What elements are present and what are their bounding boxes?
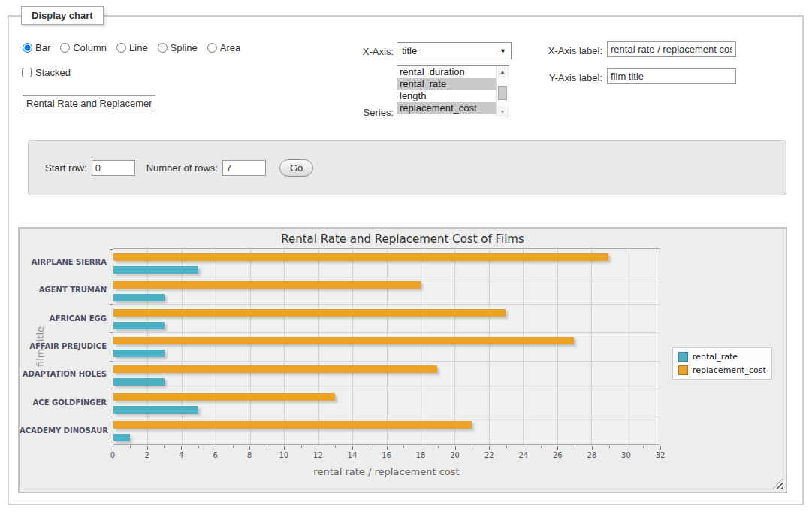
start-row-label: Start row: [45,162,87,174]
bar-replacement_cost [113,393,335,401]
chart-type-label: Bar [35,42,50,53]
x-tick-label: 16 [382,451,391,459]
y-axis-tick [110,277,113,277]
bar-rental_rate [113,322,165,329]
radio-spline[interactable] [158,43,168,53]
start-row-input[interactable] [92,160,135,176]
scrollbar-thumb[interactable] [498,86,507,100]
resize-grip-icon[interactable] [773,479,783,489]
y-axis-tick [110,332,113,333]
series-select-label: Series: [331,107,394,118]
legend-swatch-rental_rate [678,352,688,362]
series-scrollbar[interactable]: ▲ ▼ [496,66,509,117]
x-axis-tick [164,446,165,448]
scrollbar-track[interactable] [497,77,509,106]
y-axis-tick [110,249,113,250]
series-option-rental_duration[interactable]: rental_duration [397,66,496,78]
x-tick-label: 26 [553,451,563,459]
x-axis-tick [421,446,421,450]
radio-line[interactable] [116,43,126,53]
chart-type-column[interactable]: Column [60,42,107,53]
series-option-replacement_cost[interactable]: replacement_cost [397,102,496,114]
x-axis-tick [387,446,388,450]
x-tick-label: 14 [348,451,358,459]
bar-replacement_cost [113,337,574,344]
bar-group [113,389,660,417]
x-axis-tick [660,446,661,450]
x-axis-tick [370,446,370,448]
x-axis-tick [455,446,456,450]
category-label: AFRICAN EGG [20,314,107,323]
x-axis-label-label: X-Axis label: [530,45,602,56]
bar-replacement_cost [113,309,506,317]
panel-title: Display chart [21,6,104,25]
x-axis-tick [181,446,182,450]
bar-rental_rate [113,266,198,274]
scroll-down-icon[interactable]: ▼ [497,106,509,117]
chart-x-axis-title: rental rate / replacement cost [113,466,660,477]
y-axis-tick [110,304,113,305]
category-label: ADAPTATION HOLES [20,370,107,378]
bar-group [113,417,660,444]
display-chart-panel: Display chart BarColumnLineSplineArea St… [8,15,804,505]
x-tick-label: 12 [313,451,323,459]
stacked-checkbox[interactable] [22,68,32,77]
go-button[interactable]: Go [279,159,313,177]
y-axis-tick [110,417,113,417]
x-axis-tick [609,446,610,448]
radio-area[interactable] [207,43,217,53]
legend-item-replacement_cost: replacement_cost [678,365,766,375]
bar-replacement_cost [113,365,437,373]
category-label: AFFAIR PREJUDICE [20,342,107,350]
chart-title-input[interactable] [23,95,155,111]
legend-item-rental_rate: rental_rate [678,352,766,362]
bar-group [113,249,660,277]
bar-group [113,361,660,389]
bar-rental_rate [113,434,130,441]
y-axis-tick [110,361,113,362]
bar-rental_rate [113,406,198,414]
series-option-rental_rate[interactable]: rental_rate [397,78,496,90]
chart-type-area[interactable]: Area [207,42,240,53]
x-axis-tick [489,446,490,450]
x-tick-label: 20 [450,451,460,459]
x-axis-tick [557,446,558,450]
x-axis-selected-value: title [402,45,500,56]
radio-bar[interactable] [23,43,32,53]
y-axis-label-input[interactable] [607,68,736,84]
x-axis-label-input[interactable] [607,41,736,57]
x-axis-tick [284,446,285,450]
radio-column[interactable] [60,43,70,53]
chart-type-bar[interactable]: Bar [23,42,50,53]
x-axis-tick [318,446,318,450]
stacked-option[interactable]: Stacked [22,65,71,79]
x-tick-label: 28 [587,451,597,459]
series-multiselect[interactable]: rental_durationrental_ratelengthreplacem… [397,65,509,117]
category-label: ACE GOLDFINGER [20,398,107,407]
chart-type-label: Line [129,42,148,53]
x-axis-tick [506,446,507,448]
x-tick-label: 30 [621,451,631,459]
chevron-down-icon: ▼ [500,47,506,55]
num-rows-input[interactable] [222,160,266,176]
x-axis-tick [198,446,199,448]
chart-type-spline[interactable]: Spline [158,42,198,53]
scroll-up-icon[interactable]: ▲ [497,66,509,77]
bar-group [113,277,660,304]
chart-type-label: Column [73,42,107,53]
chart-container: Rental Rate and Replacement Cost of Film… [18,227,787,493]
x-axis-tick [130,446,131,448]
x-axis-tick [524,446,524,450]
x-axis-select[interactable]: title ▼ [397,42,512,59]
x-tick-label: 24 [518,451,528,459]
bar-rental_rate [113,350,165,357]
category-label: AGENT TRUMAN [20,286,107,294]
page: Display chart BarColumnLineSplineArea St… [0,0,812,512]
bar-rental_rate [113,294,165,301]
series-option-length[interactable]: length [397,90,496,102]
x-axis-tick [335,446,336,448]
chart-legend: rental_rate replacement_cost [672,347,772,380]
chart-type-line[interactable]: Line [116,42,148,53]
y-axis-label-label: Y-Axis label: [530,72,602,83]
category-label: ACADEMY DINOSAUR [20,426,107,435]
